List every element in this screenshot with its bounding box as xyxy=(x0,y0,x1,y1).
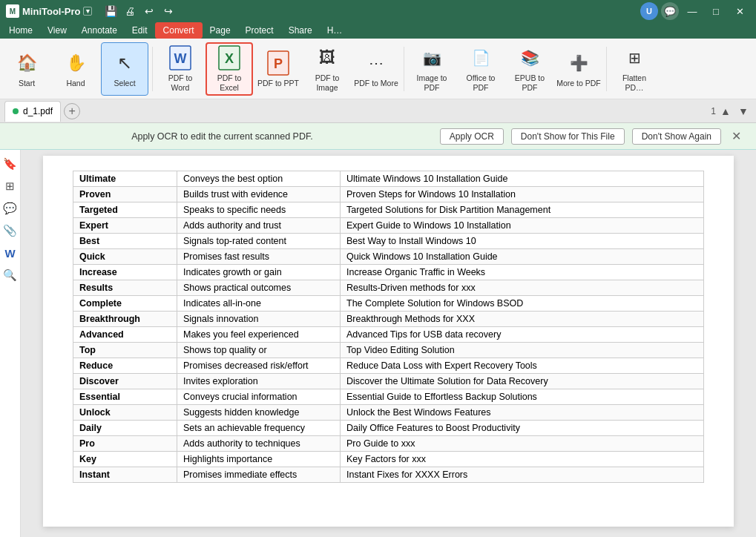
ocr-close-icon[interactable]: ✕ xyxy=(729,129,744,143)
notifications-icon[interactable]: 💬 xyxy=(661,2,679,20)
table-row: UnlockSuggests hidden knowledgeUnlock th… xyxy=(73,405,704,421)
tool-image-to-pdf[interactable]: 📷 Image to PDF xyxy=(408,42,456,96)
keyword-cell: Quick xyxy=(73,249,177,265)
menu-share[interactable]: Share xyxy=(281,22,320,39)
keyword-cell: Unlock xyxy=(73,405,177,421)
logo-icon: M xyxy=(6,4,19,18)
meaning-cell: Invites exploration xyxy=(177,374,341,389)
save-button[interactable]: 💾 xyxy=(102,3,119,19)
pdf-to-excel-icon: X xyxy=(216,45,243,71)
table-row: BestSignals top-rated contentBest Way to… xyxy=(73,234,704,249)
menu-page[interactable]: Page xyxy=(203,22,238,39)
tool-hand[interactable]: ✋ Hand xyxy=(52,42,99,96)
hand-icon: ✋ xyxy=(62,50,89,76)
main-layout: 🔖 ⊞ 💬 📎 W 🔍 UltimateConveys the best opt… xyxy=(0,150,756,537)
quick-actions: 💾 🖨 ↩ ↪ xyxy=(102,3,177,19)
tool-pdf-to-more[interactable]: ⋯ PDF to More xyxy=(352,42,400,96)
avatar[interactable]: U xyxy=(640,2,658,20)
epub-to-pdf-icon: 📚 xyxy=(516,45,543,72)
table-row: AdvancedMakes you feel experiencedAdvanc… xyxy=(73,327,704,343)
tab-page-display: 1 xyxy=(711,106,716,116)
menu-home[interactable]: Home xyxy=(1,22,40,39)
sidebar-comment-icon[interactable]: 💬 xyxy=(2,200,19,217)
app-dropdown[interactable]: ▾ xyxy=(83,7,92,16)
table-row: ResultsShows practical outcomesResults-D… xyxy=(73,280,704,296)
svg-text:X: X xyxy=(225,51,234,66)
tool-select-label: Select xyxy=(114,79,135,88)
meaning-cell: Indicates growth or gain xyxy=(177,265,341,280)
sidebar-grid-icon[interactable]: ⊞ xyxy=(2,178,19,194)
tool-office-to-pdf[interactable]: 📄 Office to PDF xyxy=(457,42,504,96)
tool-pdf-to-excel[interactable]: X PDF to Excel xyxy=(206,42,253,96)
menu-help[interactable]: H… xyxy=(320,22,350,39)
more-to-pdf-icon: ➕ xyxy=(565,50,592,76)
keyword-cell: Ultimate xyxy=(73,171,177,187)
ocr-message: Apply OCR to edit the current scanned PD… xyxy=(12,131,433,142)
menu-convert[interactable]: Convert xyxy=(155,22,203,39)
title-bar: M MiniTool-Pro ▾ 💾 🖨 ↩ ↪ U 💬 — □ ✕ xyxy=(0,0,756,22)
meaning-cell: Speaks to specific needs xyxy=(177,202,341,218)
tool-hand-label: Hand xyxy=(66,79,85,88)
minimize-button[interactable]: — xyxy=(682,4,703,19)
tool-select[interactable]: ↖ Select xyxy=(101,42,148,96)
sidebar-word-icon[interactable]: W xyxy=(2,245,19,261)
tool-more-to-pdf[interactable]: ➕ More to PDF xyxy=(555,42,602,96)
meaning-cell: Signals innovation xyxy=(177,312,341,327)
tool-epub-to-pdf[interactable]: 📚 EPUB to PDF xyxy=(506,42,553,96)
tool-pdf-to-ppt-label: PDF to PPT xyxy=(257,79,299,88)
table-row: ReducePromises decreased risk/effortRedu… xyxy=(73,358,704,374)
example-cell: Increase Organic Traffic in Weeks xyxy=(341,265,704,280)
table-row: InstantPromises immediate effectsInstant… xyxy=(73,467,704,483)
ocr-banner: Apply OCR to edit the current scanned PD… xyxy=(0,123,756,150)
tool-pdf-to-excel-label: PDF to Excel xyxy=(208,73,250,92)
tool-flatten-pd[interactable]: ⊞ Flatten PD… xyxy=(611,42,658,96)
dont-show-again-button[interactable]: Don't Show Again xyxy=(632,128,721,145)
keyword-cell: Breakthrough xyxy=(73,312,177,327)
meaning-cell: Suggests hidden knowledge xyxy=(177,405,341,421)
menu-annotate[interactable]: Annotate xyxy=(74,22,125,39)
meaning-cell: Conveys the best option xyxy=(177,171,341,187)
meaning-cell: Promises fast results xyxy=(177,249,341,265)
meaning-cell: Conveys crucial information xyxy=(177,389,341,405)
menu-edit[interactable]: Edit xyxy=(125,22,155,39)
tool-pdf-to-ppt[interactable]: P PDF to PPT xyxy=(254,42,302,96)
print-button[interactable]: 🖨 xyxy=(122,3,138,19)
sidebar-bookmark-icon[interactable]: 🔖 xyxy=(2,156,19,172)
close-button[interactable]: ✕ xyxy=(729,4,750,19)
apply-ocr-button[interactable]: Apply OCR xyxy=(440,128,504,145)
example-cell: Discover the Ultimate Solution for Data … xyxy=(341,374,704,389)
window-controls: U 💬 — □ ✕ xyxy=(640,2,750,20)
pdf-page: UltimateConveys the best optionUltimate … xyxy=(43,156,734,527)
tool-pdf-to-image[interactable]: 🖼 PDF to Image xyxy=(303,42,351,96)
tool-start[interactable]: 🏠 Start xyxy=(3,42,50,96)
redo-button[interactable]: ↪ xyxy=(160,3,177,19)
example-cell: Proven Steps for Windows 10 Installation xyxy=(341,187,704,202)
pdf-to-word-icon: W xyxy=(167,45,194,71)
sidebar-attachment-icon[interactable]: 📎 xyxy=(2,223,19,239)
pdf-viewer[interactable]: UltimateConveys the best optionUltimate … xyxy=(21,150,756,537)
add-tab-button[interactable]: + xyxy=(64,103,80,119)
undo-button[interactable]: ↩ xyxy=(141,3,157,19)
meaning-cell: Shows practical outcomes xyxy=(177,280,341,296)
sidebar-search-icon[interactable]: 🔍 xyxy=(2,267,19,283)
keyword-cell: Daily xyxy=(73,421,177,436)
flatten-pd-icon: ⊞ xyxy=(621,45,648,72)
menu-view[interactable]: View xyxy=(40,22,74,39)
dont-show-file-button[interactable]: Don't Show for This File xyxy=(511,128,625,145)
menu-bar: Home View Annotate Edit Convert Page Pro… xyxy=(0,22,756,39)
tab-d1[interactable]: d_1.pdf xyxy=(4,101,61,122)
example-cell: Unlock the Best Windows Features xyxy=(341,405,704,421)
example-cell: Breakthrough Methods for XXX xyxy=(341,312,704,327)
table-row: ProvenBuilds trust with evidenceProven S… xyxy=(73,187,704,202)
menu-protect[interactable]: Protect xyxy=(238,22,281,39)
tool-pdf-to-word[interactable]: W PDF to Word xyxy=(157,42,204,96)
maximize-button[interactable]: □ xyxy=(706,4,726,19)
app-logo[interactable]: M MiniTool-Pro ▾ xyxy=(6,4,92,18)
tab-nav-down[interactable]: ▼ xyxy=(735,103,752,119)
table-row: DiscoverInvites explorationDiscover the … xyxy=(73,374,704,389)
example-cell: Expert Guide to Windows 10 Installation xyxy=(341,218,704,234)
meaning-cell: Signals top-rated content xyxy=(177,234,341,249)
keyword-cell: Instant xyxy=(73,467,177,483)
tab-nav-up[interactable]: ▲ xyxy=(717,103,734,119)
tool-office-to-pdf-label: Office to PDF xyxy=(458,73,503,92)
